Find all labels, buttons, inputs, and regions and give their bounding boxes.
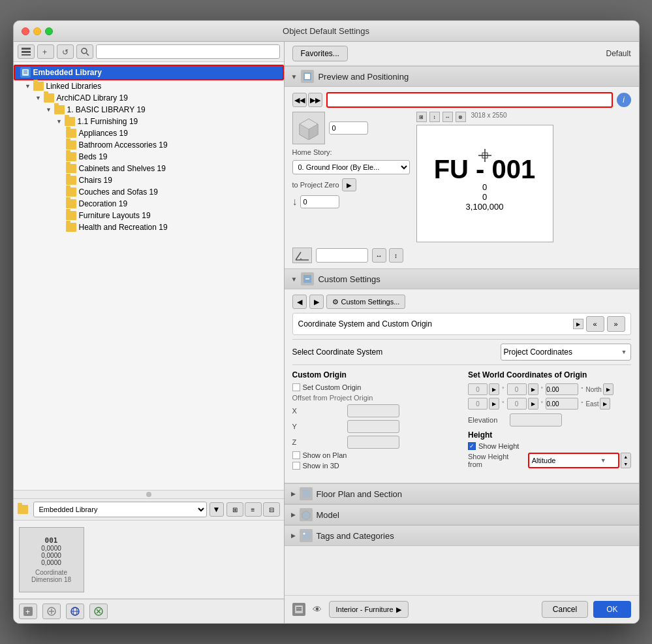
altitude-stepper[interactable]: ▲ ▼ xyxy=(621,453,631,468)
minimize-button[interactable] xyxy=(33,27,41,35)
view-btn-3[interactable]: ⊟ xyxy=(263,502,280,517)
preview-icon-4[interactable]: ⊗ xyxy=(456,112,466,122)
cs-settings-button[interactable]: ⚙ Custom Settings... xyxy=(326,295,406,309)
z-offset-input[interactable] xyxy=(300,195,339,208)
tree-item-embedded-library[interactable]: Embedded Library xyxy=(14,65,284,80)
lib-action-btn-2[interactable] xyxy=(42,604,61,619)
show-on-plan-checkbox[interactable] xyxy=(292,451,300,459)
tree-item-appliances[interactable]: Appliances 19 xyxy=(14,127,284,139)
east-btn-3[interactable]: ▶ xyxy=(600,398,610,410)
favorites-button[interactable]: Favorites... xyxy=(292,46,348,61)
north-decimal-input[interactable] xyxy=(546,383,578,395)
north-label: North xyxy=(585,386,601,393)
z-input[interactable]: 0 xyxy=(347,436,399,449)
cs-prev-btn[interactable]: ◀ xyxy=(292,295,307,309)
show-in-3d-checkbox[interactable] xyxy=(292,462,300,470)
tree-item-health[interactable]: Health and Recreation 19 xyxy=(14,221,284,233)
project-coords-select[interactable]: Project Coordinates xyxy=(501,344,631,361)
interior-button[interactable]: Interior - Furniture ▶ xyxy=(329,601,409,618)
preview-section-header[interactable]: ▼ Preview and Positioning xyxy=(285,66,639,87)
tree-item-archicad-library[interactable]: ▼ ArchiCAD Library 19 xyxy=(14,92,284,104)
x-input[interactable]: 0 xyxy=(347,404,399,417)
flip-y-btn[interactable]: ↕ xyxy=(389,248,403,263)
bottom-bar: 👁 Interior - Furniture ▶ Cancel OK xyxy=(285,595,639,623)
coord-sys-arrow-right-icon[interactable]: ▶ xyxy=(573,319,583,329)
project-coords-dropdown-wrap: Project Coordinates ▼ xyxy=(501,344,631,361)
tree-item-couches[interactable]: Couches and Sofas 19 xyxy=(14,186,284,198)
tree-item-beds[interactable]: Beds 19 xyxy=(14,151,284,163)
angle-input[interactable]: 0.00° xyxy=(316,248,368,263)
tree-item-basic-library[interactable]: ▼ 1. BASIC LIBRARY 19 xyxy=(14,104,284,116)
preview-icon-1[interactable]: ⊞ xyxy=(416,112,427,122)
east-btn-2[interactable]: ▶ xyxy=(528,398,538,410)
floor-plan-section[interactable]: ▶ Floor Plan and Section xyxy=(285,483,639,504)
set-custom-origin-label: Set Custom Origin xyxy=(303,383,362,391)
cs-nav-row: ◀ ▶ ⚙ Custom Settings... xyxy=(292,295,631,309)
lib-search-btn[interactable] xyxy=(76,44,93,59)
north-input-2[interactable] xyxy=(507,383,527,395)
folder-basic-library-icon xyxy=(54,105,65,114)
home-story-row: Home Story: xyxy=(292,148,410,156)
north-row: ▶ ° ▶ ° " North ▶ xyxy=(468,383,631,395)
main-window: Object Default Settings + ↺ xyxy=(13,20,640,624)
view-btn-1[interactable]: ⊞ xyxy=(226,502,243,517)
xyz-inputs xyxy=(329,121,368,135)
show-height-checkbox[interactable] xyxy=(468,442,476,450)
to-project-btn[interactable]: ▶ xyxy=(342,178,356,191)
ok-button[interactable]: OK xyxy=(593,601,630,618)
tree-item-furnishing[interactable]: ▼ 1.1 Furnishing 19 xyxy=(14,116,284,127)
folder-bathroom-icon xyxy=(66,140,76,150)
set-custom-origin-checkbox[interactable] xyxy=(292,383,300,391)
preview-icon-2[interactable]: ↕ xyxy=(429,112,440,122)
lib-view-btn[interactable] xyxy=(18,44,35,59)
close-button[interactable] xyxy=(22,27,29,35)
tree-item-linked-libraries[interactable]: ▼ Linked Libraries xyxy=(14,80,284,92)
view-btn-2[interactable]: ≡ xyxy=(245,502,262,517)
custom-settings-header[interactable]: ▼ Custom Settings xyxy=(285,268,639,289)
flip-x-btn[interactable]: ↔ xyxy=(372,248,386,263)
tags-section[interactable]: ▶ Tags and Categories xyxy=(285,525,639,546)
pp-next-btn[interactable]: ▶▶ xyxy=(308,93,322,107)
pp-prev-btn[interactable]: ◀◀ xyxy=(292,93,307,107)
lib-extra-btn[interactable] xyxy=(89,604,108,619)
view-buttons: ⊞ ≡ ⊟ xyxy=(226,502,280,517)
tree-item-furniture-layouts[interactable]: Furniture Layouts 19 xyxy=(14,210,284,221)
model-section[interactable]: ▶ Model xyxy=(285,504,639,525)
east-input-2[interactable] xyxy=(507,398,527,410)
lib-add-btn[interactable]: + xyxy=(37,44,54,59)
bottom-lib-toolbar: + xyxy=(14,599,284,623)
preview-box-icons-row: ⊞ ↕ ↔ ⊗ 3018 x 2550 xyxy=(416,112,507,122)
lib-remove-btn[interactable]: ↺ xyxy=(57,44,74,59)
cancel-button[interactable]: Cancel xyxy=(542,601,588,618)
east-input-1[interactable] xyxy=(468,398,488,410)
maximize-button[interactable] xyxy=(45,27,53,35)
altitude-select[interactable]: Altitude xyxy=(528,453,619,468)
chevron-linked-libraries: ▼ xyxy=(24,82,32,90)
east-decimal-input[interactable] xyxy=(546,398,578,410)
coord-dimension-input[interactable]: Coordinate Dimension 18 xyxy=(326,92,613,108)
north-btn-3[interactable]: ▶ xyxy=(603,383,613,395)
north-btn-1[interactable]: ▶ xyxy=(489,383,499,395)
north-btn-2[interactable]: ▶ xyxy=(528,383,538,395)
north-input-1[interactable] xyxy=(468,383,488,395)
library-selector[interactable]: Embedded Library xyxy=(33,502,207,517)
y-input[interactable]: 0 xyxy=(347,420,399,433)
tree-item-bathroom[interactable]: Bathroom Accessories 19 xyxy=(14,139,284,151)
info-button[interactable]: i xyxy=(617,93,631,107)
coord-nav-back-btn[interactable]: « xyxy=(586,316,604,332)
library-search-input[interactable] xyxy=(96,44,280,59)
east-btn-1[interactable]: ▶ xyxy=(489,398,499,410)
tree-item-cabinets[interactable]: Cabinets and Shelves 19 xyxy=(14,163,284,174)
coord-nav-fwd-btn[interactable]: » xyxy=(607,316,625,332)
x-offset-input[interactable] xyxy=(329,121,368,135)
lib-selector-btn[interactable]: ▼ xyxy=(210,502,224,517)
elevation-input[interactable]: 0 xyxy=(510,413,562,427)
folder-appliances-icon xyxy=(66,129,76,138)
cs-next-btn[interactable]: ▶ xyxy=(309,295,324,309)
tree-item-decoration[interactable]: Decoration 19 xyxy=(14,198,284,210)
preview-icon-3[interactable]: ↔ xyxy=(442,112,453,122)
add-to-lib-btn[interactable]: + xyxy=(19,604,37,619)
lib-web-btn[interactable] xyxy=(66,604,84,619)
home-story-select[interactable]: 0. Ground Floor (By Ele... xyxy=(292,160,410,174)
tree-item-chairs[interactable]: Chairs 19 xyxy=(14,174,284,186)
